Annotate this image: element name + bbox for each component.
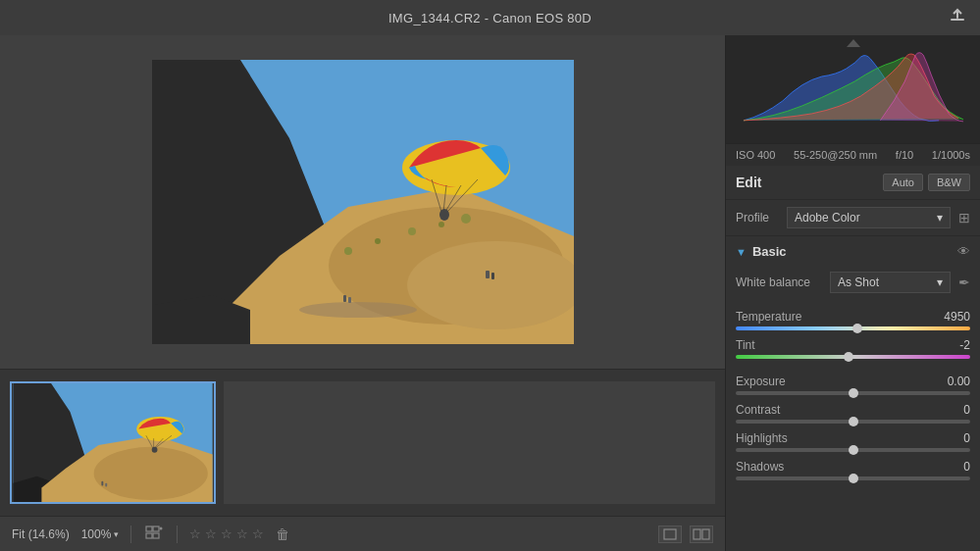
highlights-slider-row: Highlights 0 <box>726 427 980 456</box>
svg-point-9 <box>344 247 352 255</box>
svg-rect-38 <box>146 526 152 531</box>
svg-point-29 <box>94 447 208 500</box>
wb-label: White balance <box>736 276 822 289</box>
exposure-thumb[interactable] <box>849 388 858 398</box>
svg-rect-44 <box>694 529 700 539</box>
svg-rect-43 <box>664 529 676 539</box>
profile-row: Profile Adobe Color ▾ ⊞ <box>726 200 980 236</box>
wb-value: As Shot <box>838 276 879 289</box>
svg-point-14 <box>299 302 417 318</box>
star-1[interactable]: ☆ <box>189 526 201 541</box>
star-3[interactable]: ☆ <box>221 526 232 541</box>
basic-chevron-icon: ▼ <box>736 246 747 258</box>
tint-track[interactable] <box>736 355 970 359</box>
svg-rect-39 <box>153 526 159 531</box>
shadows-thumb[interactable] <box>849 474 858 483</box>
svg-rect-40 <box>146 533 152 538</box>
histogram-chart <box>734 47 972 125</box>
profile-chevron: ▾ <box>937 211 943 225</box>
tint-thumb[interactable] <box>844 352 853 362</box>
eyedropper-icon[interactable]: ✒ <box>958 275 970 290</box>
tint-slider-row: Tint -2 <box>726 334 980 363</box>
svg-rect-21 <box>343 295 346 302</box>
svg-point-42 <box>160 527 163 530</box>
separator-2 <box>177 526 178 543</box>
profile-label: Profile <box>736 211 779 225</box>
exposure-track[interactable] <box>736 391 970 395</box>
temperature-slider-row: Temperature 4950 <box>726 306 980 334</box>
highlights-thumb[interactable] <box>849 445 858 455</box>
contrast-thumb[interactable] <box>849 417 858 426</box>
star-5[interactable]: ☆ <box>252 526 264 541</box>
white-balance-row: White balance As Shot ▾ ✒ <box>726 267 980 298</box>
profile-dropdown[interactable]: Adobe Color ▾ <box>787 207 951 228</box>
fit-label: Fit (14.6%) <box>12 527 70 541</box>
bw-button[interactable]: B&W <box>928 174 970 191</box>
filmstrip-thumbnail[interactable] <box>10 381 216 504</box>
center-panel: Fit (14.6%) 100% ▾ ☆ ☆ ☆ <box>0 35 725 551</box>
meta-info: ISO 400 55-250@250 mm f/10 1/1000s <box>726 143 980 166</box>
svg-rect-22 <box>348 297 351 303</box>
wb-dropdown[interactable]: As Shot ▾ <box>830 272 951 293</box>
svg-point-11 <box>408 227 416 235</box>
temperature-track[interactable] <box>736 326 970 330</box>
svg-point-12 <box>438 222 444 227</box>
zoom-chevron: ▾ <box>114 529 119 539</box>
svg-rect-0 <box>951 19 964 21</box>
edit-buttons: Auto B&W <box>883 174 970 191</box>
compare-view-button[interactable] <box>690 526 713 543</box>
highlights-label: Highlights <box>736 431 788 445</box>
temperature-value: 4950 <box>931 310 970 324</box>
svg-rect-45 <box>702 529 709 539</box>
main-image-area <box>0 35 725 369</box>
tint-value: -2 <box>931 338 970 352</box>
svg-point-20 <box>439 209 449 221</box>
svg-point-10 <box>375 238 381 244</box>
basic-section-header[interactable]: ▼ Basic 👁 <box>726 236 980 267</box>
star-4[interactable]: ☆ <box>236 526 248 541</box>
star-2[interactable]: ☆ <box>205 526 217 541</box>
highlights-track[interactable] <box>736 448 970 452</box>
svg-rect-24 <box>491 273 494 279</box>
export-button[interactable] <box>949 7 966 28</box>
shadows-value: 0 <box>931 460 970 474</box>
shadows-label: Shadows <box>736 460 784 474</box>
zoom-dropdown[interactable]: 100% ▾ <box>81 527 120 541</box>
filmstrip-empty <box>224 381 715 504</box>
grid-icon-button[interactable] <box>143 524 165 544</box>
edit-header: Edit Auto B&W <box>726 166 980 200</box>
main-content: Fit (14.6%) 100% ▾ ☆ ☆ ☆ <box>0 35 980 551</box>
contrast-label: Contrast <box>736 403 780 417</box>
profile-grid-icon[interactable]: ⊞ <box>958 210 970 225</box>
right-panel: ISO 400 55-250@250 mm f/10 1/1000s Edit … <box>725 35 980 551</box>
window-title: IMG_1344.CR2 - Canon EOS 80D <box>388 11 592 25</box>
single-view-button[interactable] <box>658 526 682 543</box>
histogram-arrow <box>847 39 860 47</box>
highlights-value: 0 <box>931 431 970 445</box>
temperature-thumb[interactable] <box>852 324 862 333</box>
edit-title: Edit <box>736 175 761 190</box>
focal-value: 55-250@250 mm <box>794 149 877 161</box>
shadows-track[interactable] <box>736 476 970 480</box>
star-rating[interactable]: ☆ ☆ ☆ ☆ ☆ <box>189 526 264 541</box>
shadows-slider-row: Shadows 0 <box>726 456 980 484</box>
basic-section-title: Basic <box>752 244 952 259</box>
visibility-icon[interactable]: 👁 <box>957 244 970 259</box>
main-photo <box>152 60 574 344</box>
top-bar: IMG_1344.CR2 - Canon EOS 80D <box>0 0 980 35</box>
profile-value: Adobe Color <box>795 211 860 225</box>
filmstrip-area <box>0 369 725 516</box>
exposure-slider-row: Exposure 0.00 <box>726 371 980 399</box>
svg-point-13 <box>461 214 471 224</box>
contrast-slider-row: Contrast 0 <box>726 399 980 427</box>
temperature-label: Temperature <box>736 310 801 324</box>
svg-rect-37 <box>105 483 107 487</box>
delete-button[interactable]: 🗑 <box>276 526 289 542</box>
exposure-label: Exposure <box>736 375 786 388</box>
view-controls <box>658 526 713 543</box>
auto-button[interactable]: Auto <box>883 174 923 191</box>
contrast-track[interactable] <box>736 420 970 424</box>
shutter-value: 1/1000s <box>932 149 970 161</box>
contrast-value: 0 <box>931 403 970 417</box>
wb-chevron: ▾ <box>937 276 943 289</box>
